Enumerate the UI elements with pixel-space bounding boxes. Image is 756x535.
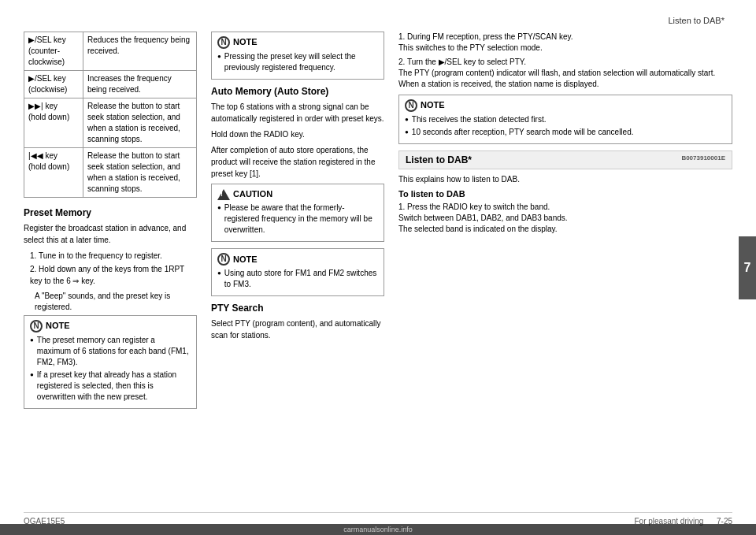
key-cell: ▶/SEL key(counter-clockwise) — [24, 32, 83, 71]
note-header: N NOTE — [217, 36, 378, 49]
caution-bullet: Please be aware that the formerly-regist… — [217, 202, 378, 236]
desc-cell: Release the button to start seek station… — [83, 98, 197, 148]
preset-steps: 1. Tune in to the frequency to register.… — [30, 250, 197, 287]
desc-cell: Reduces the frequency being received. — [83, 32, 197, 71]
watermark: carmanualsonline.info — [0, 524, 756, 535]
preset-note-box: N NOTE The preset memory can register a … — [24, 315, 197, 409]
key-cell: ▶▶| key(hold down) — [24, 98, 83, 148]
pty-search-heading: PTY Search — [211, 303, 384, 314]
caution-box: CAUTION Please be aware that the formerl… — [211, 184, 384, 242]
note-bullet: Pressing the preset key will select the … — [217, 51, 378, 73]
preset-memory-text: Register the broadcast station in advanc… — [24, 222, 197, 246]
right-column: 1. During FM reception, press the PTY/SC… — [398, 32, 732, 415]
note-icon: N — [405, 99, 417, 112]
table-row: |◀◀ key(hold down) Release the button to… — [24, 148, 197, 198]
note-label: NOTE — [233, 254, 258, 266]
table-row: ▶/SEL key(counter-clockwise) Reduces the… — [24, 32, 197, 71]
beep-text: A "Beep" sounds, and the preset key is r… — [24, 291, 197, 313]
note-bullet-2: If a preset key that already has a stati… — [30, 370, 191, 403]
listen-step-1: 1. Press the RADIO key to switch the ban… — [398, 202, 732, 235]
listen-dab-code: B0073910001E — [681, 154, 725, 162]
note-bullet-1: The preset memory can register a maximum… — [30, 335, 191, 368]
pty-search-text: Select PTY (program content), and automa… — [211, 318, 384, 341]
auto-note-box-top: N NOTE Pressing the preset key will sele… — [211, 32, 384, 80]
chapter-tab: 7 — [739, 236, 756, 299]
left-column: ▶/SEL key(counter-clockwise) Reduces the… — [24, 32, 197, 415]
to-listen-subheading: To listen to DAB — [398, 189, 732, 199]
middle-column: N NOTE Pressing the preset key will sele… — [211, 32, 384, 415]
note-icon: N — [217, 253, 230, 266]
page-container: Listen to DAB* ▶/SEL key(counter-clockwi… — [0, 0, 756, 535]
chapter-number: 7 — [744, 261, 751, 275]
note-icon: N — [30, 320, 43, 333]
preset-memory-heading: Preset Memory — [24, 207, 197, 218]
desc-cell: Increases the frequency being received. — [83, 71, 197, 98]
listen-dab-header: Listen to DAB* B0073910001E — [398, 150, 732, 169]
note-header: N NOTE — [217, 253, 378, 266]
note-bullet-1: This receives the station detected first… — [405, 114, 726, 125]
right-note-box: N NOTE This receives the station detecte… — [398, 95, 732, 144]
auto-memory-heading: Auto Memory (Auto Store) — [211, 86, 384, 97]
note-label: NOTE — [46, 320, 70, 332]
auto-memory-text3: After completion of auto store operation… — [211, 144, 384, 180]
auto-memory-text2: Hold down the RADIO key. — [211, 128, 384, 140]
page-header: Listen to DAB* — [24, 16, 732, 25]
note-label: NOTE — [233, 36, 258, 48]
caution-triangle-icon — [217, 189, 230, 200]
note-bullet: Using auto store for FM1 and FM2 switche… — [217, 268, 378, 290]
table-row: ▶/SEL key(clockwise) Increases the frequ… — [24, 71, 197, 98]
auto-note-box-bottom: N NOTE Using auto store for FM1 and FM2 … — [211, 248, 384, 296]
caution-header: CAUTION — [217, 188, 378, 200]
note-label: NOTE — [421, 99, 445, 111]
caution-label: CAUTION — [233, 188, 272, 200]
desc-cell: Release the button to start seek station… — [83, 148, 197, 198]
watermark-text: carmanualsonline.info — [343, 526, 413, 533]
note-bullet-2: 10 seconds after reception, PTY search m… — [405, 127, 726, 138]
note-icon: N — [217, 36, 230, 49]
note-header: N NOTE — [30, 320, 191, 333]
key-cell: ▶/SEL key(clockwise) — [24, 71, 83, 98]
auto-memory-text1: The top 6 stations with a strong signal … — [211, 101, 384, 124]
table-row: ▶▶| key(hold down) Release the button to… — [24, 98, 197, 148]
listen-dab-text: This explains how to listen to DAB. — [398, 173, 732, 185]
header-title: Listen to DAB* — [668, 16, 724, 25]
key-cell: |◀◀ key(hold down) — [24, 148, 83, 198]
main-content: ▶/SEL key(counter-clockwise) Reduces the… — [24, 32, 732, 415]
note-header: N NOTE — [405, 99, 726, 112]
right-step-1: 1. During FM reception, press the PTY/SC… — [398, 32, 732, 90]
key-table: ▶/SEL key(counter-clockwise) Reduces the… — [24, 32, 197, 198]
listen-dab-title: Listen to DAB* — [406, 154, 472, 165]
